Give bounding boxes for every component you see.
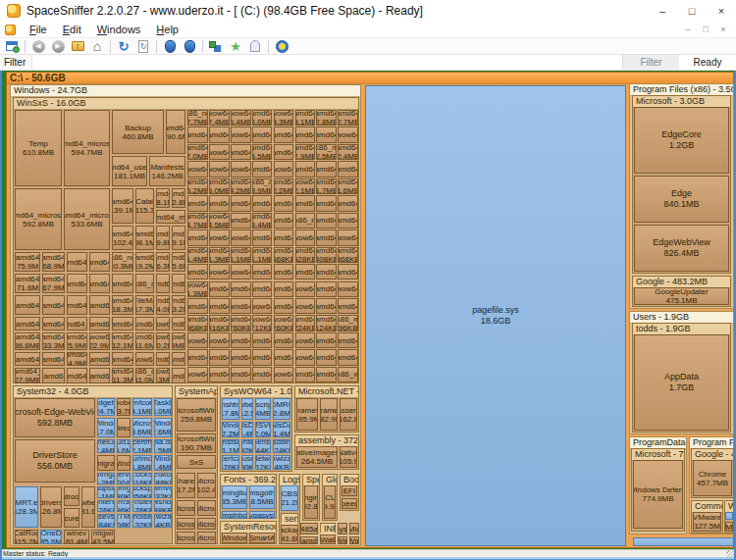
folder-cell-amd64[interactable]: amd645.2MB (187, 178, 208, 194)
folder-cell-amd64[interactable]: amd64 (274, 213, 294, 229)
file-cell[interactable] (633, 537, 734, 546)
folder-cell-framev[interactable]: Framev182.9M (320, 398, 338, 431)
folder-cell-amd64-microsol[interactable]: amd64_microsol592.8MB (15, 188, 62, 250)
folder-cell-amd64[interactable]: amd64 (172, 274, 185, 293)
folder-cell-wow64[interactable]: wow64 (295, 349, 316, 365)
folder-cell-485a[interactable]: 485a (300, 523, 318, 535)
folder-cell-amd64[interactable]: amd64 (231, 144, 251, 160)
folder-cell-wow64[interactable]: wow64 (295, 229, 316, 245)
file-cell-wmvd[interactable]: wmvd232KB (154, 486, 172, 498)
file-cell-noise[interactable]: noise132KB (132, 514, 152, 528)
folder-cell-amd64[interactable]: amd641.1MB (231, 247, 251, 263)
folder-cell-amd6[interactable]: amd679.1M (172, 226, 185, 250)
folder-cell-amd64[interactable]: amd64 (231, 298, 251, 314)
file-cell-netwo[interactable]: Netwo112KB (255, 455, 271, 470)
folder-cell-wow64[interactable]: wow646.4MB (231, 110, 251, 126)
file-cell-editor[interactable]: Editor288KB (154, 473, 172, 484)
folder-cell-package[interactable]: Package141.6M (281, 525, 298, 544)
file-cell-windo[interactable]: Windo1.4MB (154, 455, 172, 471)
folder-cell-wow64[interactable]: wow64 (274, 367, 294, 382)
folder-cell-amd64[interactable]: amd64 (338, 264, 358, 280)
folder-cell-amd64[interactable]: amd64 (187, 229, 208, 245)
folder-cell-amd64[interactable]: amd64 (316, 281, 337, 297)
folder-cell-amd6[interactable]: amd6 (89, 368, 110, 383)
menu-windows[interactable]: Windows (89, 24, 149, 35)
folder-cell-amd64[interactable]: amd64 (316, 195, 337, 211)
folder-cell-wow64[interactable]: wow642.1MB (295, 178, 316, 194)
folder-cell-windows-defend[interactable]: Windows Defend774.9MB (633, 460, 683, 529)
folder-cell-manifests[interactable]: Manifests146.2MB (149, 156, 185, 186)
folder-cell-amd64[interactable]: amd64 (89, 274, 110, 293)
menu-help[interactable]: Help (148, 24, 186, 35)
folder-cell-wow64[interactable]: wow64 (295, 298, 316, 314)
section-inf[interactable]: INF - (320, 523, 336, 533)
folder-cell-vmware[interactable]: VMware127.5M (693, 512, 721, 532)
folder-cell-wow64[interactable]: wow643.3MB (274, 110, 294, 126)
forward-icon[interactable]: ▶ (48, 38, 68, 54)
folder-cell-wall[interactable]: Wall (320, 535, 336, 544)
folder-cell-appdata[interactable]: AppData1.7GB (634, 334, 729, 431)
folder-cell-amd64[interactable]: amd64 (338, 332, 358, 348)
folder-cell-wow64[interactable]: wow64 (209, 332, 230, 348)
file-cell-wshbt[interactable]: wshbt88KB (154, 500, 172, 512)
file-cell-scksp[interactable]: scksp356KB (132, 486, 152, 498)
mdi-close-button[interactable]: × (718, 25, 728, 34)
folder-cell-amd64[interactable]: amd6415.6M (172, 252, 185, 272)
folder-cell-amd64[interactable]: amd644.7MB (187, 213, 208, 229)
folder-cell-amd64[interactable]: amd64 (231, 281, 251, 297)
folder-cell-amd64[interactable]: amd64 (209, 298, 230, 314)
file-cell-windo[interactable]: Windo7.2M (222, 422, 239, 437)
folder-cell-amd64[interactable]: amd64 (338, 195, 358, 211)
folder-cell-wow64[interactable]: wow64 (231, 127, 251, 142)
folder-cell-amd64[interactable]: amd64 (89, 252, 110, 272)
file-cell-msvid[interactable]: MSVid2.0M (255, 422, 271, 437)
folder-cell-amd64[interactable]: amd64 (338, 161, 358, 177)
folder-cell-amd64[interactable]: amd64_ (67, 368, 87, 383)
folder-cell-amd64[interactable]: amd6412.1M (112, 332, 133, 350)
folder-cell-amd64[interactable]: amd64 (172, 317, 185, 331)
folder-cell-wow64[interactable]: wow64 (231, 161, 251, 177)
folder-cell-amd64[interactable]: amd64190.6M (166, 110, 185, 154)
folder-cell-amd64-micros[interactable]: amd64_micros533.6MB (64, 188, 110, 250)
folder-cell-wow64[interactable]: wow64 (135, 352, 154, 366)
folder-cell-nativeimages[interactable]: NativeImages_264.5MB (296, 446, 338, 468)
folder-cell-amd64[interactable]: amd64102.4 (112, 226, 133, 250)
file-cell-vm3d[interactable]: vm3d596KB (117, 500, 131, 512)
folder-cell-amd64[interactable]: amd64124KB (316, 315, 337, 331)
folder-cell-amd64[interactable]: amd64 (316, 332, 337, 348)
folder-cell-amd64[interactable]: amd64 (112, 317, 133, 331)
folder-cell-amd64[interactable]: amd64 (252, 281, 273, 297)
folder-cell-amd64[interactable]: amd64 (295, 367, 316, 382)
file-cell-msjhbd[interactable]: msjhbd (222, 511, 247, 519)
folder-cell-amd64[interactable]: amd64 (112, 274, 133, 293)
folder-cell-wow64[interactable]: wow64 (338, 127, 358, 142)
file-cell-certm[interactable]: certm2.1MB (132, 439, 152, 453)
file-cell-xwiza[interactable]: xwiza4KB (273, 455, 290, 470)
folder-cell-amd64[interactable]: amd64 (15, 352, 40, 366)
folder-cell-amd64[interactable]: amd64 (252, 367, 273, 382)
folder-cell-amd64[interactable]: amd64 (274, 332, 294, 348)
folder-cell-native[interactable]: Native105.9 (340, 446, 357, 468)
folder-cell-amd64[interactable]: amd64368KB (338, 247, 358, 263)
folder-cell-amd64[interactable]: amd64 (231, 349, 251, 365)
folder-cell-amd64[interactable]: amd64 (231, 332, 251, 348)
folder-cell-wow64[interactable]: wow644.5MB (209, 213, 230, 229)
maximize-button[interactable]: □ (677, 0, 707, 22)
file-cell-mingliu[interactable]: mingliu35.3MB (222, 485, 247, 509)
folder-cell-amd64[interactable]: amd64760KB (231, 315, 251, 331)
folder-cell-amd6[interactable]: amd682.8M (172, 188, 185, 208)
folder-cell-x86-ne[interactable]: x86_ne7.7MB (187, 110, 208, 126)
file-cell-nlsda[interactable]: NlsDa5.4M (241, 422, 253, 437)
folder-cell-wow64[interactable]: wow64 (187, 161, 208, 177)
folder-cell-wow64[interactable]: wow64 (187, 367, 208, 382)
folder-cell-wow64[interactable]: wow64 (338, 229, 358, 245)
folder-cell-amd64[interactable]: amd642.4MB (338, 144, 358, 160)
folder-cell-amd64[interactable]: amd645.5MB (252, 144, 273, 160)
folder-cell-amd6[interactable]: amd688.1M (156, 188, 170, 208)
folder-cell-amd64[interactable]: amd64 (316, 298, 337, 314)
folder-cell-microsoft-edge-webview[interactable]: Microsoft-Edge-WebView592.8MB (15, 398, 95, 437)
folder-cell-amd64[interactable]: amd64 (187, 298, 208, 314)
shield-icon[interactable] (160, 38, 180, 54)
file-cell-interv[interactable]: interv776KB (97, 500, 115, 512)
star-icon[interactable]: ★ (226, 38, 245, 54)
